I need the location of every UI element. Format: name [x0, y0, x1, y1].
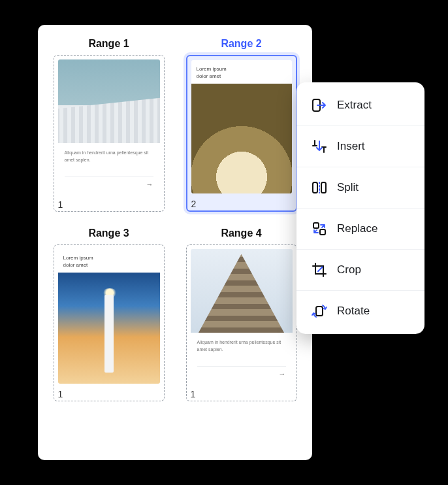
rotate-button[interactable]: Rotate	[296, 291, 424, 331]
page-number: 2	[191, 193, 292, 210]
svg-rect-4	[320, 229, 325, 235]
menu-item-label: Split	[337, 181, 359, 194]
thumbnail-image	[58, 59, 160, 143]
thumbnail-subtext	[242, 65, 287, 80]
range-label: Range 1	[88, 38, 129, 50]
menu-item-label: Rotate	[337, 305, 370, 318]
crop-icon	[311, 261, 328, 278]
menu-item-label: Crop	[337, 263, 361, 276]
page-number: 1	[191, 384, 293, 401]
svg-rect-6	[316, 307, 323, 316]
page-thumb-1[interactable]: Aliquam in hendrerit urna pellentesque s…	[54, 55, 165, 212]
range-cell-3: Range 3 Lorem ipsum dolor amet 1	[50, 227, 168, 401]
rotate-icon	[311, 303, 328, 320]
range-gallery-panel: Range 1 Aliquam in hendrerit urna pellen…	[38, 25, 312, 460]
arrow-right-icon: →	[146, 180, 153, 190]
arrow-right-icon: →	[279, 369, 286, 380]
svg-rect-2	[321, 182, 326, 193]
range-cell-2: Range 2 Lorem ipsum dolor amet 2	[182, 38, 300, 212]
thumbnail-image	[191, 84, 292, 193]
thumbnail-image	[58, 273, 160, 384]
range-label: Range 4	[221, 227, 261, 239]
svg-rect-1	[313, 182, 317, 193]
svg-point-5	[321, 267, 323, 269]
extract-button[interactable]: Extract	[296, 85, 424, 126]
page-thumb-3[interactable]: Lorem ipsum dolor amet 1	[54, 244, 165, 401]
range-cell-4: Range 4 Aliquam in hendrerit urna pellen…	[182, 227, 300, 401]
crop-button[interactable]: Crop	[296, 250, 424, 291]
insert-icon	[311, 138, 328, 155]
thumbnail-subtext	[109, 254, 155, 269]
range-label: Range 3	[88, 227, 129, 239]
insert-button[interactable]: Insert	[296, 126, 424, 167]
page-thumb-2[interactable]: Lorem ipsum dolor amet 2	[186, 55, 297, 212]
range-cell-1: Range 1 Aliquam in hendrerit urna pellen…	[50, 38, 168, 212]
page-actions-menu: Extract Insert Split	[296, 82, 424, 334]
page-thumb-4[interactable]: Aliquam in hendrerit urna pellentesque s…	[186, 244, 297, 401]
page-number: 1	[58, 384, 160, 401]
split-icon	[311, 179, 328, 196]
thumbnail-title: Lorem ipsum dolor amet	[197, 65, 238, 80]
thumbnail-image	[191, 249, 293, 333]
replace-button[interactable]: Replace	[296, 209, 424, 250]
page-number: 1	[58, 194, 160, 211]
thumbnail-body: Aliquam in hendrerit urna pellentesque s…	[197, 339, 286, 353]
menu-item-label: Replace	[337, 222, 377, 235]
thumbnail-body: Aliquam in hendrerit urna pellentesque s…	[65, 150, 153, 163]
replace-icon	[311, 220, 328, 237]
split-button[interactable]: Split	[296, 167, 424, 209]
menu-item-label: Insert	[337, 140, 365, 153]
menu-item-label: Extract	[337, 99, 372, 112]
extract-icon	[311, 97, 328, 114]
svg-rect-3	[313, 223, 319, 228]
range-label: Range 2	[221, 38, 261, 50]
thumbnail-title: Lorem ipsum dolor amet	[63, 254, 105, 269]
